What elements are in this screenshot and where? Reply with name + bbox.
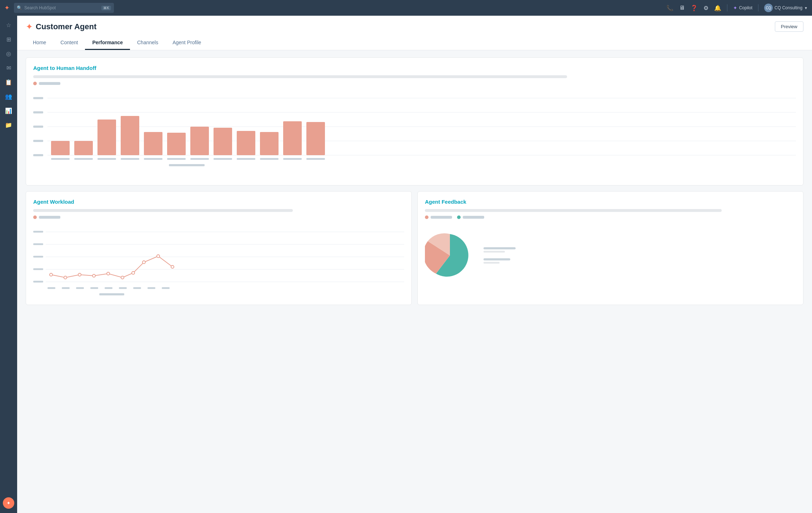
sidebar-item-files[interactable]: 📁 — [2, 118, 15, 131]
handoff-legend — [33, 82, 796, 85]
pie-legend-item-2 — [483, 258, 796, 264]
svg-rect-64 — [99, 293, 124, 295]
sidebar-item-analytics[interactable]: 📊 — [2, 104, 15, 117]
account-avatar: CQ — [764, 4, 773, 12]
page-header: ✦ Customer Agent Preview Home Content Pe… — [17, 16, 812, 50]
settings-icon[interactable]: ⚙ — [703, 5, 708, 11]
svg-rect-12 — [74, 141, 93, 155]
workload-legend-label — [39, 216, 60, 219]
workload-legend-dot — [33, 215, 37, 219]
svg-point-45 — [50, 273, 52, 276]
tab-agent-profile[interactable]: Agent Profile — [165, 36, 208, 50]
svg-rect-41 — [33, 243, 43, 245]
tab-content[interactable]: Content — [53, 36, 85, 50]
sidebar-item-conversations[interactable]: ✉ — [2, 61, 15, 74]
svg-point-50 — [121, 276, 124, 279]
svg-rect-33 — [306, 158, 325, 160]
svg-rect-42 — [33, 256, 43, 258]
svg-rect-22 — [190, 127, 209, 155]
search-bar[interactable]: 🔍 ⌘K — [14, 3, 114, 13]
feedback-legend-dot-1 — [425, 215, 428, 219]
svg-rect-56 — [62, 287, 70, 289]
svg-rect-21 — [167, 158, 186, 160]
agent-star-icon: ✦ — [26, 22, 33, 32]
handoff-legend-label — [39, 82, 60, 85]
pie-legend-item-1 — [483, 247, 796, 253]
feedback-chart-title: Agent Feedback — [425, 199, 796, 205]
sidebar-item-dashboard[interactable]: ⊞ — [2, 33, 15, 46]
feedback-pie-area — [425, 225, 796, 286]
sidebar-item-contacts[interactable]: ◎ — [2, 47, 15, 60]
svg-rect-40 — [33, 231, 43, 233]
svg-rect-43 — [33, 268, 43, 270]
help-icon[interactable]: ❓ — [691, 5, 698, 11]
feedback-filter-bar — [425, 209, 722, 212]
nav-divider — [727, 4, 727, 11]
svg-point-49 — [107, 272, 110, 275]
svg-rect-6 — [33, 111, 43, 113]
bottom-row: Agent Workload — [26, 191, 803, 311]
phone-icon[interactable]: 📞 — [666, 5, 673, 11]
tab-channels[interactable]: Channels — [130, 36, 165, 50]
notifications-icon[interactable]: 🔔 — [714, 5, 721, 11]
svg-rect-19 — [144, 158, 162, 160]
svg-rect-31 — [283, 158, 302, 160]
workload-line-chart-svg — [33, 225, 404, 296]
feedback-legend-dot-2 — [457, 215, 461, 219]
svg-point-53 — [157, 255, 160, 258]
svg-rect-20 — [167, 133, 186, 155]
handoff-chart — [33, 91, 796, 178]
copilot-icon: ✦ — [733, 5, 737, 11]
svg-rect-58 — [90, 287, 98, 289]
top-navigation: ✦ 🔍 ⌘K 📞 🖥 ❓ ⚙ 🔔 ✦ Copilot CQ CQ Consult… — [0, 0, 812, 16]
tab-home[interactable]: Home — [26, 36, 53, 50]
feedback-chart-card: Agent Feedback — [417, 191, 803, 305]
svg-rect-17 — [121, 158, 139, 160]
svg-rect-11 — [51, 158, 70, 160]
svg-rect-30 — [283, 121, 302, 155]
copilot-button[interactable]: ✦ Copilot — [733, 5, 752, 11]
pie-legend — [483, 247, 796, 264]
pie-label-bar-2 — [483, 258, 510, 260]
svg-rect-26 — [237, 131, 255, 155]
agent-name: Customer Agent — [36, 22, 96, 31]
search-icon: 🔍 — [17, 5, 22, 10]
sidebar: ☆ ⊞ ◎ ✉ 📋 👥 📊 📁 ✦ — [0, 16, 17, 513]
workload-chart-card: Agent Workload — [26, 191, 412, 305]
svg-rect-28 — [260, 132, 279, 155]
ai-assist-button[interactable]: ✦ — [3, 497, 14, 509]
tabs: Home Content Performance Channels Agent … — [26, 36, 803, 50]
tab-performance[interactable]: Performance — [85, 36, 130, 50]
svg-point-51 — [132, 271, 135, 274]
svg-rect-10 — [51, 141, 70, 155]
svg-rect-18 — [144, 132, 162, 155]
sidebar-item-reports[interactable]: 📋 — [2, 76, 15, 88]
feedback-legend-label-2 — [463, 216, 484, 219]
svg-rect-32 — [306, 122, 325, 155]
svg-rect-23 — [190, 158, 209, 160]
handoff-bar-chart-svg — [33, 91, 796, 177]
sidebar-item-favorites[interactable]: ☆ — [2, 19, 15, 31]
svg-rect-25 — [214, 158, 232, 160]
pie-label-bar-1 — [483, 247, 516, 249]
copilot-label: Copilot — [739, 5, 752, 10]
handoff-chart-card: Agent to Human Handoff — [26, 57, 803, 186]
workload-legend — [33, 215, 404, 219]
workload-chart-title: Agent Workload — [33, 199, 404, 205]
search-input[interactable] — [24, 5, 81, 10]
svg-rect-55 — [47, 287, 55, 289]
svg-rect-9 — [33, 154, 43, 156]
workload-filter-bar — [33, 209, 293, 212]
svg-rect-24 — [214, 128, 232, 155]
preview-button[interactable]: Preview — [775, 21, 803, 32]
svg-point-48 — [92, 274, 95, 277]
svg-rect-60 — [119, 287, 127, 289]
account-button[interactable]: CQ CQ Consulting ▼ — [764, 4, 808, 12]
pie-value-bar-2 — [483, 262, 500, 264]
screen-icon[interactable]: 🖥 — [679, 5, 685, 11]
charts-area: Agent to Human Handoff — [17, 50, 812, 513]
svg-rect-14 — [97, 120, 116, 155]
sidebar-item-teams[interactable]: 👥 — [2, 90, 15, 103]
svg-rect-7 — [33, 126, 43, 128]
svg-rect-29 — [260, 158, 279, 160]
